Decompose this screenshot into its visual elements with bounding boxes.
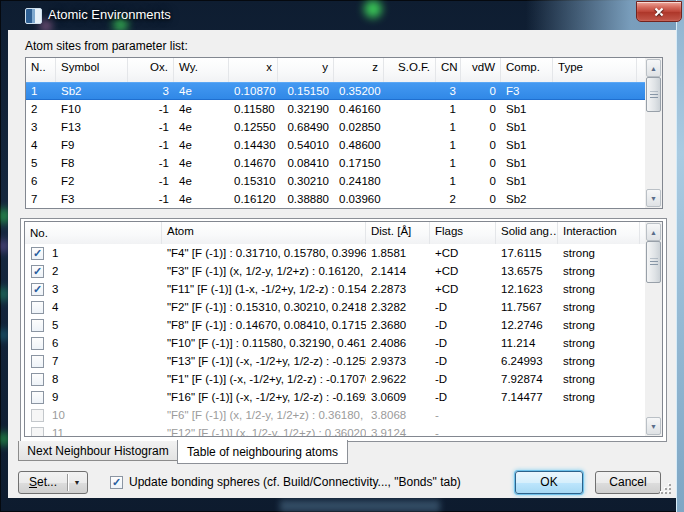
neighbour-row[interactable]: 7"F13" [F (-1)] (-x, -1/2+y, 1/2-z) : -0… [25, 352, 645, 370]
row-checkbox[interactable]: ✓ [31, 247, 44, 260]
cell: 0.68490 [278, 118, 334, 136]
scroll-up-button[interactable]: ▲ [646, 223, 661, 241]
cell: -D [430, 298, 496, 316]
scroll-down-button[interactable]: ▼ [646, 417, 661, 435]
atom-site-row[interactable]: 2F10-14e0.115800.321900.4616010Sb1 [26, 100, 645, 118]
cell: 4e [174, 136, 229, 154]
chevron-down-icon[interactable]: ▼ [69, 472, 85, 493]
cell: Sb1 [501, 136, 553, 154]
ok-button[interactable]: OK [515, 471, 583, 494]
row-checkbox[interactable]: ✓ [31, 283, 44, 296]
cell: -D [430, 388, 496, 406]
cell: 0.11580 [229, 100, 278, 118]
atom-sites-scrollbar[interactable]: ▲ ▼ [645, 58, 662, 208]
column-header[interactable]: CN [436, 58, 461, 82]
title-bar[interactable]: Atomic Environments [0, 0, 684, 30]
atom-site-row[interactable]: 6F2-14e0.153100.302100.2418010Sb1 [26, 172, 645, 190]
column-header[interactable]: Comp. [501, 58, 553, 82]
neighbour-row[interactable]: 9"F16" [F (-1)] (-x, -1/2+y, 1/2-z) : -0… [25, 388, 645, 406]
column-header[interactable]: Ox. [128, 58, 174, 82]
cell: 0 [461, 136, 501, 154]
resize-grip[interactable] [661, 484, 673, 496]
cell: "F4" [F (-1)] : 0.31710, 0.15780, 0.3996… [162, 244, 366, 262]
neighbour-row[interactable]: 10"F6" [F (-1)] (x, 1/2-y, 1/2+z) : 0.36… [25, 406, 645, 424]
tab-next-neighbour-histogram[interactable]: Next Neighbour Histogram [18, 441, 178, 461]
cell: - [430, 424, 496, 436]
cell [553, 82, 637, 100]
cell: -1 [128, 154, 174, 172]
atom-site-row[interactable]: 7F3-14e0.161200.388800.0396020Sb2 [26, 190, 645, 208]
cell: "F8" [F (-1)] : 0.14670, 0.08410, 0.1715… [162, 316, 366, 334]
cell: 7 [25, 352, 162, 370]
cell: 6.24993 [496, 352, 558, 370]
neighbour-row[interactable]: 11"F12" [F (-1)] (x, 1/2-y, 1/2+z) : 0.3… [25, 424, 645, 436]
row-checkbox[interactable]: ✓ [31, 265, 44, 278]
update-bonding-checkbox[interactable]: ✓ [110, 476, 123, 489]
column-header[interactable]: vdW [461, 58, 501, 82]
row-checkbox[interactable] [31, 355, 44, 368]
column-header[interactable]: Interaction [558, 222, 640, 244]
cell: 9 [25, 388, 162, 406]
neighbour-row[interactable]: ✓1"F4" [F (-1)] : 0.31710, 0.15780, 0.39… [25, 244, 645, 262]
neighbour-row[interactable]: 6"F10" [F (-1)] : 0.11580, 0.32190, 0.46… [25, 334, 645, 352]
neighbour-row[interactable]: 5"F8" [F (-1)] : 0.14670, 0.08410, 0.171… [25, 316, 645, 334]
column-header[interactable]: N.. [26, 58, 56, 82]
cell: 0.02850 [334, 118, 384, 136]
row-checkbox[interactable] [31, 427, 44, 437]
cell: +CD [430, 244, 496, 262]
neighbour-row[interactable]: ✓2"F3" [F (-1)] (x, 1/2-y, 1/2+z) : 0.16… [25, 262, 645, 280]
cell: "F6" [F (-1)] (x, 1/2-y, 1/2+z) : 0.3618… [162, 406, 366, 424]
scrollbar-thumb[interactable] [646, 241, 661, 283]
cancel-button[interactable]: Cancel [595, 471, 661, 494]
column-header[interactable]: Solid ang… [496, 222, 558, 244]
cell [384, 82, 436, 100]
cell: F10 [56, 100, 128, 118]
glass-reflection [0, 208, 8, 224]
neighbour-row[interactable]: 4"F2" [F (-1)] : 0.15310, 0.30210, 0.241… [25, 298, 645, 316]
cell: 3.9124 [366, 424, 430, 436]
scroll-up-button[interactable]: ▲ [646, 59, 661, 77]
neighbour-row[interactable]: 8"F1" [F (-1)] (-x, -1/2+y, 1/2-z) : -0.… [25, 370, 645, 388]
row-checkbox[interactable] [31, 409, 44, 422]
cell: 2.1414 [366, 262, 430, 280]
set-split-button[interactable]: Set... ▼ [18, 471, 88, 494]
atom-site-row[interactable]: 5F8-14e0.146700.084100.1715010Sb1 [26, 154, 645, 172]
tab-table-of-neighbouring-atoms[interactable]: Table of neighbouring atoms [177, 440, 348, 464]
scroll-down-button[interactable]: ▼ [646, 189, 661, 207]
atom-site-row[interactable]: 1Sb234e0.108700.151500.3520030F3 [26, 82, 645, 100]
atom-site-row[interactable]: 4F9-14e0.144300.540100.4860010Sb1 [26, 136, 645, 154]
cell: -1 [128, 136, 174, 154]
column-header[interactable]: S.O.F. [384, 58, 436, 82]
column-header[interactable]: Wy. [174, 58, 229, 82]
row-checkbox[interactable] [31, 337, 44, 350]
column-header[interactable]: z [334, 58, 384, 82]
close-button[interactable] [636, 1, 682, 22]
scrollbar-thumb[interactable] [646, 77, 661, 112]
row-checkbox[interactable] [31, 391, 44, 404]
row-number: 4 [52, 298, 58, 316]
atom-site-row[interactable]: 3F13-14e0.125500.684900.0285010Sb1 [26, 118, 645, 136]
glass-reflection [0, 330, 7, 340]
cell [553, 172, 637, 190]
column-header[interactable]: y [278, 58, 334, 82]
column-header[interactable]: No. [25, 222, 162, 244]
tab-bar: Next Neighbour HistogramTable of neighbo… [8, 440, 676, 464]
column-header[interactable]: Flags [430, 222, 496, 244]
row-checkbox[interactable] [31, 301, 44, 314]
cell: 10 [25, 406, 162, 424]
cell: 0.24180 [334, 172, 384, 190]
cell: 0 [461, 118, 501, 136]
column-header[interactable]: Symbol [56, 58, 128, 82]
neighbours-scrollbar[interactable]: ▲ ▼ [645, 222, 662, 436]
cell [553, 118, 637, 136]
cell: 4e [174, 154, 229, 172]
column-header[interactable]: Atom [162, 222, 366, 244]
cell: -1 [128, 118, 174, 136]
row-checkbox[interactable] [31, 373, 44, 386]
column-header[interactable]: x [229, 58, 278, 82]
neighbour-row[interactable]: ✓3"F11" [F (-1)] (1-x, -1/2+y, 1/2-z) : … [25, 280, 645, 298]
cell: 1 [26, 82, 56, 100]
column-header[interactable]: Dist. [Å] [366, 222, 430, 244]
column-header[interactable]: Type [553, 58, 637, 82]
row-checkbox[interactable] [31, 319, 44, 332]
